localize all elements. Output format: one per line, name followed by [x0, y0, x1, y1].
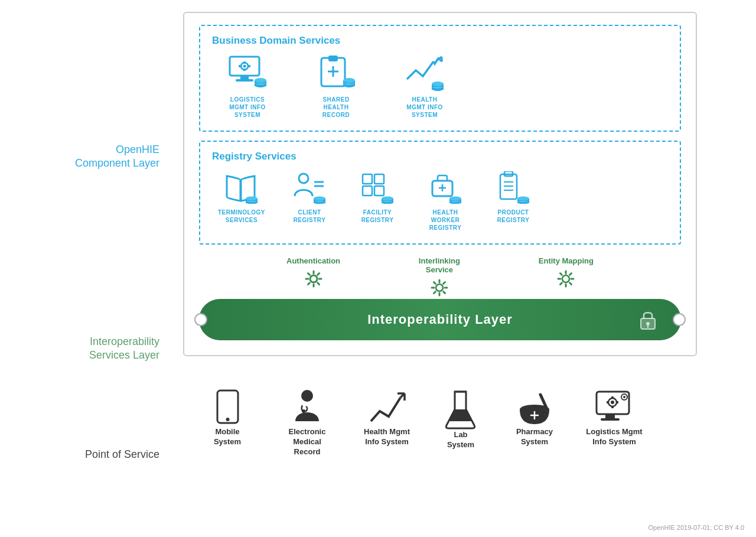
product-registry-icon-item: PRODUCT REGISTRY [484, 171, 543, 224]
logistics-mgmt-icon-item: LOGISTICS MGMT INFO SYSTEM [212, 56, 283, 119]
right-connector [673, 313, 686, 326]
facility-registry-icon [360, 171, 395, 204]
pharmacy-icon [514, 389, 555, 427]
svg-rect-90 [601, 418, 620, 421]
mobile-label: MobileSystem [214, 427, 241, 447]
product-registry-icon [496, 171, 531, 204]
health-mgmt-pos-item: Health MgmtInfo System [354, 389, 419, 457]
svg-rect-1 [240, 76, 249, 79]
svg-rect-43 [363, 174, 372, 184]
svg-rect-8 [248, 65, 250, 67]
entity-mapping-gear-icon [555, 268, 577, 290]
health-mgmt-bds-label: HEALTH MGMT INFO SYSTEM [406, 96, 443, 119]
svg-point-92 [611, 401, 614, 404]
svg-rect-96 [616, 401, 618, 403]
component-layer-label: OpenHIE Component Layer [0, 12, 177, 301]
terminology-icon [224, 171, 259, 204]
svg-point-42 [314, 197, 325, 201]
svg-rect-95 [607, 401, 609, 403]
client-registry-label: CLIENT REGISTRY [294, 209, 326, 224]
lab-system-item: LabSystem [431, 389, 490, 457]
svg-rect-7 [239, 65, 241, 67]
auth-label: Authentication [286, 256, 340, 265]
left-connector [194, 313, 207, 326]
health-mgmt-pos-label: Health MgmtInfo System [364, 427, 410, 447]
logistics-label: LOGISTICS MGMT INFO SYSTEM [229, 96, 266, 119]
svg-rect-93 [611, 396, 614, 399]
svg-point-73 [562, 275, 569, 282]
shared-health-icon-item: SHARED HEALTH RECORD [301, 56, 372, 119]
svg-point-34 [246, 197, 258, 201]
business-domain-services-box: Business Domain Services [199, 25, 681, 132]
svg-point-75 [646, 322, 650, 326]
svg-rect-6 [243, 69, 246, 71]
health-worker-icon [428, 171, 463, 204]
pharmacy-item: PharmacySystem [502, 389, 567, 457]
client-registry-icon [292, 171, 327, 204]
mobile-system-item: MobileSystem [195, 389, 260, 457]
facility-registry-label: FACILITY REGISTRY [361, 209, 394, 224]
product-registry-label: PRODUCT REGISTRY [497, 209, 530, 224]
svg-rect-44 [374, 174, 384, 184]
main-diagram-box: Business Domain Services [183, 12, 697, 356]
emr-label: ElectronicMedicalRecord [289, 427, 326, 457]
svg-point-59 [449, 197, 461, 201]
health-mgmt-pos-icon [368, 389, 406, 427]
svg-rect-5 [243, 61, 246, 64]
logistics-pos-item: Logistics MgmtInfo System [579, 389, 650, 457]
svg-point-78 [226, 418, 229, 421]
svg-point-13 [255, 78, 266, 83]
logistics-pos-icon [594, 389, 635, 427]
health-mgmt-bds-icon [404, 56, 445, 91]
svg-point-72 [436, 284, 443, 291]
emr-item: ElectronicMedicalRecord [272, 389, 343, 457]
mobile-icon [211, 389, 244, 427]
bds-icons-row: LOGISTICS MGMT INFO SYSTEM [212, 56, 668, 119]
svg-point-35 [299, 174, 308, 183]
svg-rect-94 [611, 406, 614, 408]
svg-point-69 [517, 197, 529, 201]
svg-point-51 [382, 197, 393, 201]
client-registry-icon-item: CLIENT REGISTRY [280, 171, 339, 224]
pharmacy-label: PharmacySystem [516, 427, 553, 447]
svg-point-29 [432, 82, 444, 86]
lab-icon [442, 389, 480, 430]
emr-icon [288, 389, 327, 427]
svg-point-79 [301, 390, 313, 402]
logistics-icon [227, 56, 268, 91]
lab-label: LabSystem [447, 430, 474, 450]
interop-bar-text: Interoperability Layer [367, 312, 513, 327]
auth-label-col: Authentication [286, 256, 340, 299]
svg-point-71 [310, 275, 317, 282]
interop-layer-label: Interoperability Services Layer [0, 301, 177, 396]
health-mgmt-bds-icon-item: HEALTH MGMT INFO SYSTEM [389, 56, 460, 119]
svg-rect-15 [328, 56, 338, 61]
health-worker-label: HEALTH WORKER REGISTRY [429, 209, 462, 232]
svg-point-4 [243, 65, 246, 68]
interop-labels-container: Authentication Interlinking Service [247, 256, 633, 299]
svg-rect-2 [236, 79, 253, 82]
entity-mapping-label: Entity Mapping [539, 256, 594, 265]
terminology-label: TERMINOLOGY SERVICES [218, 209, 265, 224]
svg-point-22 [343, 78, 355, 83]
health-worker-icon-item: HEALTH WORKER REGISTRY [416, 171, 475, 232]
interlinking-gear-icon [428, 276, 451, 299]
entity-mapping-label-col: Entity Mapping [539, 256, 594, 299]
interlinking-label: Interlinking Service [419, 256, 460, 274]
bds-title: Business Domain Services [212, 35, 668, 47]
svg-rect-46 [374, 186, 384, 196]
terminology-icon-item: TERMINOLOGY SERVICES [212, 171, 271, 224]
svg-rect-45 [363, 186, 372, 196]
footer-credit: OpenHIE 2019-07-01; CC BY 4.0 [649, 524, 744, 531]
svg-point-98 [623, 396, 625, 398]
interlinking-label-col: Interlinking Service [419, 256, 460, 299]
rs-title: Registry Services [212, 151, 668, 162]
pos-section: MobileSystem ElectronicMedicalRecord [183, 389, 744, 457]
auth-gear-icon [302, 268, 325, 290]
facility-registry-icon-item: FACILITY REGISTRY [348, 171, 407, 224]
rs-icons-row: TERMINOLOGY SERVICES [212, 171, 668, 232]
logistics-pos-label: Logistics MgmtInfo System [586, 427, 642, 447]
lock-icon [638, 309, 657, 330]
interop-section: Authentication Interlinking Service [199, 256, 681, 340]
svg-rect-89 [605, 414, 615, 418]
